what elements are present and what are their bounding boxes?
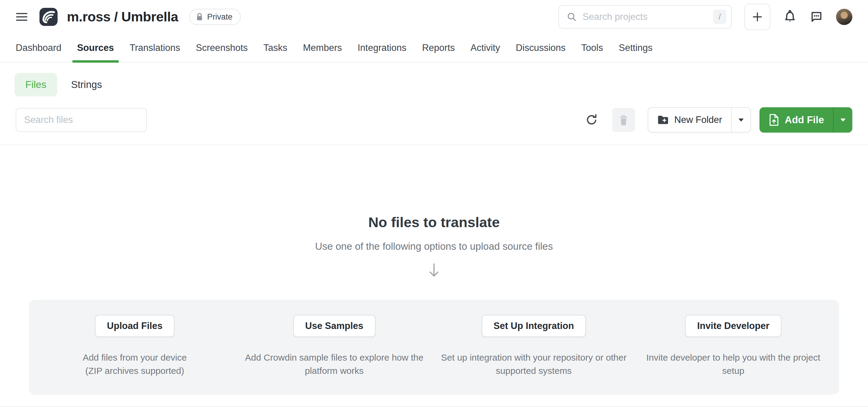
add-file-dropdown-caret[interactable] [834, 107, 852, 132]
add-file-split-button: Add File [760, 107, 852, 132]
search-files-input[interactable] [16, 108, 147, 132]
lock-icon [195, 12, 204, 21]
new-folder-split-button: New Folder [648, 107, 751, 132]
set-up-integration-button[interactable]: Set Up Integration [482, 315, 586, 337]
option-card-set-up-integration: Set Up Integration Set up integration wi… [434, 315, 633, 377]
down-arrow-icon [427, 262, 441, 278]
new-folder-label: New Folder [674, 115, 722, 125]
new-folder-button[interactable]: New Folder [648, 108, 731, 132]
toolbar-divider [0, 145, 868, 145]
sources-subnav: Files Strings [0, 73, 868, 96]
search-icon [566, 11, 577, 22]
empty-state-title: No files to translate [0, 214, 868, 230]
use-samples-button[interactable]: Use Samples [293, 315, 375, 337]
option-card-use-samples: Use Samples Add Crowdin sample files to … [235, 315, 434, 377]
notifications-bell-icon[interactable] [783, 10, 797, 24]
description-line: Invite developer to help you with the pr… [646, 352, 820, 363]
description-line: platform works [305, 366, 364, 376]
privacy-badge: Private [189, 9, 241, 25]
add-file-label: Add File [785, 114, 824, 126]
option-card-invite-developer: Invite Developer Invite developer to hel… [633, 315, 833, 377]
tab-activity[interactable]: Activity [470, 34, 500, 62]
crowdin-logo-icon[interactable] [39, 7, 58, 26]
tab-dashboard[interactable]: Dashboard [16, 34, 61, 62]
tab-tools[interactable]: Tools [581, 34, 603, 62]
delete-trash-icon[interactable] [612, 108, 635, 132]
invite-developer-description: Invite developer to help you with the pr… [646, 351, 820, 377]
files-toolbar-actions: New Folder Add File [585, 107, 852, 132]
empty-state-subtitle: Use one of the following options to uplo… [0, 241, 868, 252]
tab-integrations[interactable]: Integrations [358, 34, 406, 62]
top-bar-actions: / [558, 4, 852, 30]
subtab-files[interactable]: Files [14, 73, 57, 96]
upload-files-button[interactable]: Upload Files [95, 315, 175, 337]
user-avatar[interactable] [836, 9, 852, 25]
privacy-badge-label: Private [207, 12, 232, 22]
project-search[interactable]: / [558, 5, 732, 29]
tab-members[interactable]: Members [303, 34, 342, 62]
tab-screenshots[interactable]: Screenshots [196, 34, 248, 62]
folder-plus-icon [657, 115, 669, 125]
empty-state: No files to translate Use one of the fol… [0, 214, 868, 278]
description-line: Add Crowdin sample files to explore how … [245, 352, 424, 363]
hamburger-menu-icon[interactable] [16, 12, 28, 22]
messages-chat-icon[interactable] [809, 10, 824, 24]
tab-tasks[interactable]: Tasks [264, 34, 287, 62]
tab-settings[interactable]: Settings [619, 34, 652, 62]
file-upload-icon [769, 114, 779, 126]
subtab-strings[interactable]: Strings [71, 73, 102, 96]
search-projects-input[interactable] [583, 11, 708, 22]
use-samples-description: Add Crowdin sample files to explore how … [245, 351, 424, 377]
search-shortcut-key: / [713, 10, 726, 24]
create-project-button[interactable] [744, 4, 770, 30]
tab-reports[interactable]: Reports [422, 34, 455, 62]
description-line: (ZIP archives supported) [85, 366, 184, 376]
tab-translations[interactable]: Translations [130, 34, 180, 62]
option-card-upload-files: Upload Files Add files from your device(… [35, 315, 235, 377]
tab-discussions[interactable]: Discussions [516, 34, 565, 62]
tab-sources[interactable]: Sources [77, 34, 114, 62]
page-title: m.ross / Umbrella [67, 9, 178, 25]
project-nav-tabs: Dashboard Sources Translations Screensho… [0, 34, 868, 63]
description-line: supported systems [496, 366, 572, 376]
set-up-integration-description: Set up integration with your repository … [441, 351, 626, 377]
description-line: Set up integration with your repository … [441, 352, 626, 363]
upload-options-panel: Upload Files Add files from your device(… [29, 300, 839, 395]
description-line: Add files from your device [83, 352, 187, 363]
invite-developer-button[interactable]: Invite Developer [685, 315, 781, 337]
description-line: setup [722, 366, 744, 376]
files-toolbar: New Folder Add File [0, 107, 868, 132]
top-bar: m.ross / Umbrella Private / [0, 0, 868, 34]
refresh-icon[interactable] [585, 113, 598, 127]
new-folder-dropdown-caret[interactable] [732, 108, 750, 132]
add-file-button[interactable]: Add File [760, 107, 833, 132]
upload-files-description: Add files from your device(ZIP archives … [83, 351, 187, 377]
